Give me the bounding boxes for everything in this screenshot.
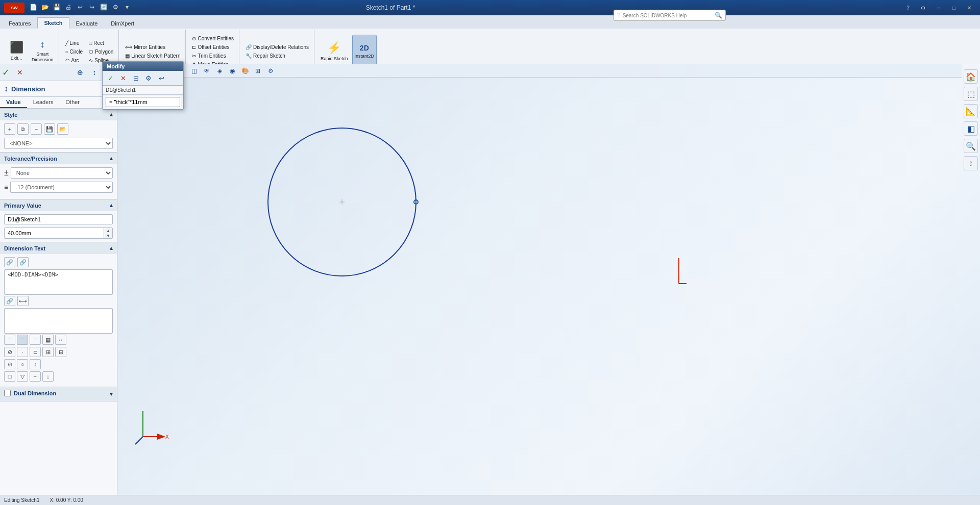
display-style[interactable]: ◈ (214, 66, 225, 76)
line-tool[interactable]: ╱ Line (63, 39, 85, 47)
spin-down[interactable]: ▼ (104, 233, 112, 238)
dual-dim-checkbox[interactable] (4, 390, 11, 396)
spin-up[interactable]: ▲ (104, 228, 112, 233)
sym-link[interactable]: 🔗 (4, 257, 15, 267)
magnify-btn[interactable]: 🔍 (964, 139, 978, 153)
frame-1[interactable]: □ (4, 371, 15, 382)
style-save[interactable]: 💾 (44, 123, 55, 135)
extra-3[interactable]: ↕ (30, 359, 41, 369)
primary-value-header[interactable]: Primary Value ▴ (0, 199, 117, 211)
sym-link-below[interactable]: 🔗 (4, 296, 15, 306)
linear-pattern-button[interactable]: ▦ Linear Sketch Pattern (123, 52, 182, 60)
panel-close-button[interactable]: ✕ (14, 66, 26, 79)
dim-text-header[interactable]: Dimension Text ▴ (0, 242, 117, 254)
hide-show[interactable]: ◉ (227, 66, 238, 76)
close-button[interactable]: ✕ (963, 3, 976, 12)
tab-value[interactable]: Value (0, 97, 27, 108)
new-button[interactable]: 📄 (28, 2, 38, 12)
primary-ref-input[interactable] (4, 214, 113, 224)
convert-entities-button[interactable]: ⊙ Convert Entities (190, 35, 236, 42)
frame-2[interactable]: ▽ (17, 371, 28, 382)
view-front-btn[interactable]: ⬚ (964, 87, 978, 101)
tab-dimxpert[interactable]: DimXpert (104, 17, 141, 29)
exit-sketch-button[interactable]: ⬛ Exit... (5, 34, 28, 68)
align-center[interactable]: ≡ (17, 335, 28, 345)
dim-btn[interactable]: ↕ (964, 156, 978, 170)
save-button[interactable]: 💾 (52, 2, 62, 12)
dim-text-area[interactable]: <MOD-DIAM><DIM> (4, 269, 113, 295)
align-right[interactable]: ≡ (30, 335, 41, 345)
modify-ok-button[interactable]: ✓ (105, 72, 116, 84)
offset-sym[interactable]: ⊏ (30, 347, 41, 357)
tab-sketch[interactable]: Sketch (37, 17, 69, 29)
polygon-tool[interactable]: ⬡ Polygon (87, 48, 115, 56)
frame-3[interactable]: ⌐ (30, 371, 41, 382)
rebuild-button[interactable]: 🔄 (99, 2, 109, 12)
circle-tool[interactable]: ○ Circle (63, 48, 85, 56)
maximize-button[interactable]: □ (947, 3, 961, 12)
redo-button[interactable]: ↪ (87, 2, 97, 12)
modify-rebuild-button[interactable]: ⊞ (130, 72, 141, 84)
tab-leaders[interactable]: Leaders (27, 97, 60, 108)
dot-sym[interactable]: · (17, 347, 28, 357)
style-header[interactable]: Style ▴ (0, 109, 117, 120)
smart-dimension-button[interactable]: ↕ SmartDimension (30, 34, 56, 68)
precision-select[interactable]: .12 (Document) (10, 182, 113, 193)
display-delete-relations-button[interactable]: 🔗 Display/Delete Relations (243, 43, 311, 51)
rapid-sketch-button[interactable]: ⚡ Rapid Sketch (318, 35, 350, 68)
extra-2[interactable]: ○ (17, 359, 28, 369)
panel-tool-1[interactable]: ⊕ (74, 66, 86, 79)
modify-back-button[interactable]: ↩ (156, 72, 167, 84)
minimize-button[interactable]: ─ (932, 3, 945, 12)
primary-value-input[interactable] (5, 228, 104, 238)
3d-view-button[interactable]: 🏠 (964, 69, 978, 84)
style-delete[interactable]: − (31, 123, 42, 135)
align-left[interactable]: ≡ (4, 335, 15, 345)
modify-cancel-button[interactable]: ✕ (117, 72, 129, 84)
undo-button[interactable]: ↩ (75, 2, 85, 12)
style-select[interactable]: <NONE> (4, 138, 113, 149)
align-justify[interactable]: ▦ (42, 335, 54, 345)
main-canvas[interactable]: X *Top (117, 64, 980, 505)
style-load[interactable]: 📂 (57, 123, 68, 135)
more-button[interactable]: ▾ (122, 2, 132, 12)
settings-button[interactable]: ⚙ (917, 3, 930, 12)
stack-sym[interactable]: ⊞ (42, 347, 54, 357)
view-top-btn[interactable]: 📐 (964, 104, 978, 118)
rect-tool[interactable]: □ Rect (87, 39, 115, 47)
frame-4[interactable]: ↓ (42, 371, 54, 382)
modify-value-input[interactable] (106, 97, 180, 107)
dual-dim-header[interactable]: Dual Dimension ▾ (0, 387, 117, 401)
tab-features[interactable]: Features (2, 17, 37, 29)
open-button[interactable]: 📂 (40, 2, 50, 12)
sym-link-below2[interactable]: ⟷ (17, 296, 29, 306)
tab-evaluate[interactable]: Evaluate (69, 17, 105, 29)
slash-sym[interactable]: ⊘ (4, 347, 15, 357)
more-sym[interactable]: ⊟ (55, 347, 66, 357)
modify-config-button[interactable]: ⚙ (143, 72, 154, 84)
repair-sketch-button[interactable]: 🔧 Repair Sketch (243, 52, 311, 60)
tab-other[interactable]: Other (60, 97, 86, 108)
arc-tool[interactable]: ◠ Arc (63, 57, 85, 64)
view-options[interactable]: 👁 (201, 66, 212, 76)
tolerance-type-select[interactable]: None (11, 167, 113, 179)
offset-entities-button[interactable]: ⊏ Offset Entities (190, 43, 236, 51)
instant2d-button[interactable]: 2D Instant2D (352, 35, 377, 68)
help-button[interactable]: ? (901, 3, 915, 12)
search-bar[interactable]: ? 🔍 (614, 10, 726, 21)
style-add[interactable]: + (4, 123, 15, 135)
trim-entities-button[interactable]: ✂ Trim Entities (190, 52, 236, 60)
view-right-btn[interactable]: ◧ (964, 121, 978, 136)
dim-text-area-2[interactable] (4, 308, 113, 334)
mirror-entities-button[interactable]: ⟺ Mirror Entities (123, 43, 182, 51)
appearance[interactable]: 🎨 (239, 66, 251, 76)
print-button[interactable]: 🖨 (63, 2, 74, 12)
view-front[interactable]: ◫ (188, 66, 200, 76)
panel-tool-2[interactable]: ↕ (88, 66, 101, 79)
tolerance-header[interactable]: Tolerance/Precision ▴ (0, 153, 117, 164)
sym-link2[interactable]: 🔗 (17, 257, 29, 267)
options-button[interactable]: ⚙ (110, 2, 120, 12)
align-special[interactable]: ↔ (55, 335, 66, 345)
style-copy[interactable]: ⧉ (17, 123, 29, 135)
search-input[interactable] (623, 13, 715, 18)
